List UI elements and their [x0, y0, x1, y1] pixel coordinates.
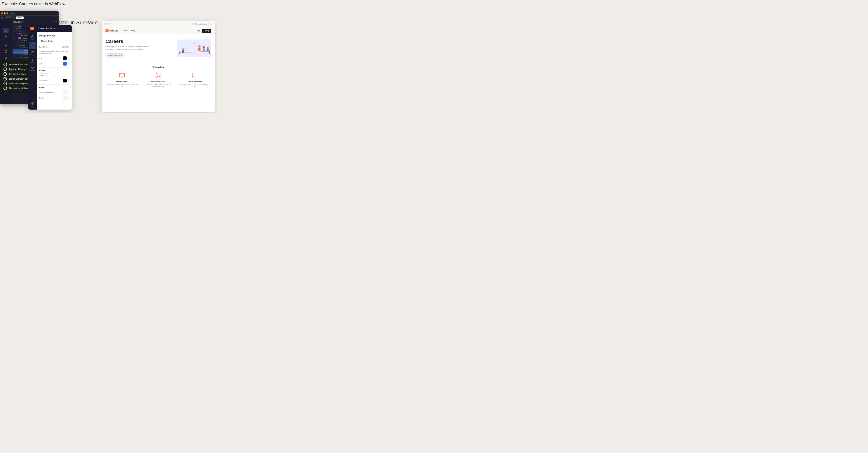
- page-bg-swatch[interactable]: [63, 90, 67, 94]
- link-color-swatch[interactable]: [63, 62, 67, 66]
- svg-rect-40: [200, 51, 209, 52]
- hero-cta-chevron-icon: ▾: [121, 55, 122, 56]
- hero-cta-button[interactable]: View Openings ▾: [105, 53, 125, 58]
- nav-pricing-link[interactable]: Pricing: [130, 30, 135, 32]
- sp-nav-logo: S SubPage: [105, 29, 118, 32]
- benefit-workspace: Open WorkSpace Our modern open office en…: [142, 72, 175, 88]
- check-icon-2: ✓: [3, 67, 7, 71]
- svg-point-53: [159, 75, 160, 75]
- sp-nav-actions: Login Signup: [196, 29, 212, 33]
- dp-manager-item[interactable]: Manager: [29, 50, 36, 57]
- dp-help-item[interactable]: Help: [29, 101, 36, 108]
- wf-sidebar-assets[interactable]: [3, 49, 9, 54]
- dark-mode-toggle[interactable]: OFF: [62, 45, 69, 48]
- dark-mode-label: Dark Mode:: [39, 46, 48, 48]
- wf-sidebar-add[interactable]: [3, 21, 9, 27]
- subpage-logo: S: [30, 27, 34, 30]
- header-bg-reset[interactable]: ↻: [53, 74, 55, 76]
- close-dot[interactable]: [1, 12, 3, 14]
- minimize-dot[interactable]: [4, 12, 6, 14]
- settings-sidebar-label: Settings: [30, 62, 34, 63]
- svg-point-6: [5, 58, 7, 59]
- sp-logo-box: S: [105, 29, 108, 32]
- dp-divider: |: [36, 27, 36, 30]
- header-text-color-swatch[interactable]: [63, 79, 67, 83]
- toggle-off-label: OFF: [64, 46, 69, 48]
- svg-rect-14: [31, 36, 34, 38]
- toggle-on-label: [62, 46, 64, 47]
- svg-rect-31: [182, 50, 184, 53]
- link-color-controls: ↻: [63, 62, 69, 66]
- svg-point-20: [32, 69, 33, 69]
- change-layout-label: Change Layout: [195, 23, 207, 25]
- solid-dropdown[interactable]: Solid ▾: [39, 73, 48, 77]
- svg-rect-24: [193, 23, 194, 24]
- page-bg-reset[interactable]: ↻: [68, 91, 69, 93]
- border-row: Border ↻: [39, 96, 69, 100]
- nav-home-link[interactable]: Home: [123, 30, 128, 32]
- navigator-close[interactable]: ✕ ↗: [53, 21, 57, 23]
- solid-label: Solid: [40, 74, 44, 76]
- change-layout-button[interactable]: Change Layout: [190, 22, 209, 26]
- dp-design-item[interactable]: Design: [29, 42, 36, 49]
- border-swatch[interactable]: [63, 96, 67, 100]
- expand-dot[interactable]: [6, 12, 8, 14]
- header-bg-swatch[interactable]: [49, 73, 52, 77]
- health-icon: [191, 72, 199, 79]
- text-color-reset[interactable]: ↻: [68, 57, 69, 59]
- dp-settings-item[interactable]: Settings: [29, 58, 36, 64]
- header-text-color-controls: ↻: [63, 79, 69, 83]
- dp-jobs-item[interactable]: Jobs: [29, 34, 36, 41]
- svg-rect-37: [203, 48, 205, 51]
- wf-sidebar-pages[interactable]: [3, 35, 9, 40]
- svg-rect-5: [5, 51, 7, 53]
- benefit-workspace-desc: Our modern open office encourages collab…: [142, 83, 175, 88]
- svg-point-45: [208, 50, 210, 52]
- svg-rect-3: [5, 37, 7, 39]
- external-link-icon[interactable]: ↗: [211, 23, 213, 25]
- svg-point-17: [32, 60, 33, 61]
- header-text-reset[interactable]: ↻: [68, 79, 69, 82]
- nav-login-button[interactable]: Login: [196, 30, 200, 32]
- page-title: Example: Careers editor in WebFlow: [2, 2, 65, 6]
- sp-navbar: S SubPage Home Pricing Login Signup: [102, 27, 215, 34]
- dark-mode-row: Dark Mode: OFF: [39, 45, 69, 48]
- link-color-reset[interactable]: ↻: [68, 63, 69, 65]
- publish-button[interactable]: Publish: [16, 17, 24, 19]
- sp-nav-links: Home Pricing: [123, 30, 135, 32]
- text-color-label: Text: [39, 57, 42, 59]
- dp-section-title: Design Settings: [39, 34, 69, 37]
- sp-dot-2: [106, 23, 108, 25]
- wf-sidebar-nav[interactable]: [3, 28, 9, 33]
- dp-integrate-item[interactable]: Integrate: [29, 65, 36, 72]
- wf-nav-header: Navigator ✕ ↗: [12, 20, 59, 24]
- sp-benefits: Benefits Modern Tools We provide top-not…: [102, 62, 215, 91]
- svg-point-42: [196, 42, 196, 42]
- hero-cta-label: View Openings: [108, 55, 120, 56]
- hero-svg: [178, 40, 210, 56]
- wf-sidebar-symbols[interactable]: [3, 42, 9, 47]
- dp-sidebar: Jobs Design Manager Settings Integrate H…: [28, 32, 37, 109]
- theme-dropdown[interactable]: Theme Styling ▾: [39, 39, 69, 43]
- text-color-swatch[interactable]: [63, 56, 67, 60]
- svg-point-30: [182, 48, 184, 50]
- integrate-sidebar-label: Integrate: [30, 70, 35, 71]
- benefit-health: Health Insurance We provide top of the l…: [178, 72, 211, 88]
- border-reset[interactable]: ↻: [68, 97, 69, 99]
- theme-dropdown-value: Theme Styling: [41, 40, 54, 42]
- sp-hero: Careers Let us together build the future…: [102, 34, 215, 62]
- wf-topbar: W 1164 PX ✏ Publish: [0, 15, 59, 20]
- svg-rect-50: [120, 78, 124, 78]
- check-icon-3: ✓: [3, 72, 7, 76]
- svg-point-16: [33, 51, 33, 52]
- sp-dot-1: [104, 23, 106, 25]
- svg-rect-26: [193, 24, 194, 25]
- svg-point-43: [191, 44, 192, 45]
- hero-subtitle: Let us together build the future. Take a…: [105, 45, 149, 51]
- svg-rect-33: [185, 49, 189, 51]
- hero-illustration: [177, 39, 211, 57]
- nav-signup-button[interactable]: Signup: [202, 29, 211, 33]
- svg-point-22: [32, 104, 33, 104]
- benefit-modern-tools-title: Modern Tools: [105, 81, 138, 83]
- text-color-row: Text ↻: [39, 56, 69, 60]
